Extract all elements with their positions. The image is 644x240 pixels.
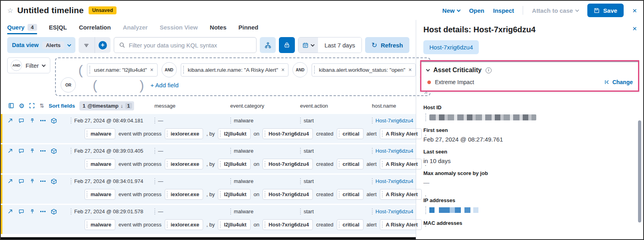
analyze-event-icon[interactable] — [51, 209, 57, 215]
favorite-star-icon[interactable]: ☆ — [7, 6, 13, 15]
event-category-cell[interactable]: malware — [230, 178, 300, 184]
timestamp-cell[interactable]: Feb 27, 2024 @ 08:39:03.405 — [71, 148, 154, 154]
date-picker[interactable]: Last 7 days — [298, 37, 362, 53]
host-name-link[interactable]: Host-7xrig6dzu4 — [375, 178, 413, 184]
close-timeline-icon[interactable]: × — [632, 7, 637, 14]
host-name-chip[interactable]: Host-7xrig6dzu4 — [423, 40, 479, 54]
severity-pill[interactable]: critical — [337, 159, 363, 169]
host-name-cell[interactable]: Host-7xrig6dzu4 — [372, 148, 416, 154]
timestamp-cell[interactable]: Feb 27, 2024 @ 08:29:01.578 — [71, 209, 154, 214]
query-pill-user-name[interactable]: user.name: "l2jllu4ukt" × — [87, 63, 158, 77]
message-cell[interactable]: — — [154, 209, 230, 214]
tab-correlation[interactable]: Correlation — [79, 20, 111, 34]
more-actions-icon[interactable] — [40, 181, 45, 182]
column-header-event-category[interactable]: event.category — [230, 103, 300, 109]
add-note-icon[interactable] — [18, 148, 24, 154]
pin-event-icon[interactable] — [30, 178, 35, 184]
event-action-cell[interactable]: start — [300, 118, 372, 124]
analyze-event-icon[interactable] — [51, 178, 57, 185]
expand-event-icon[interactable] — [7, 209, 13, 214]
user-pill[interactable]: l2jllu4ukt — [218, 219, 250, 230]
severity-pill[interactable]: critical — [337, 189, 363, 200]
host-name-link[interactable]: Host-7xrig6dzu4 — [375, 209, 413, 214]
host-name-cell[interactable]: Host-7xrig6dzu4 — [372, 178, 416, 184]
lock-date-picker-button[interactable] — [279, 37, 295, 53]
add-note-icon[interactable] — [18, 178, 24, 184]
more-actions-icon[interactable] — [40, 211, 45, 212]
host-name-link[interactable]: Host-7xrig6dzu4 — [375, 148, 413, 154]
close-panel-icon[interactable]: × — [632, 25, 637, 32]
analyze-event-icon[interactable] — [51, 148, 57, 154]
event-action-cell[interactable]: start — [300, 178, 372, 184]
process-pill[interactable]: iexlorer.exe — [165, 128, 203, 139]
add-field-button[interactable]: + Add field — [150, 82, 178, 89]
message-cell[interactable]: — — [154, 148, 230, 154]
time-range-value[interactable]: Last 7 days — [318, 37, 362, 53]
user-pill[interactable]: l2jllu4ukt — [218, 159, 250, 169]
add-filter-button[interactable]: + — [95, 37, 111, 53]
user-pill[interactable]: l2jllu4ukt — [218, 189, 250, 200]
category-pill[interactable]: malware — [85, 128, 115, 139]
remove-pill-icon[interactable]: × — [149, 67, 157, 73]
data-view-selector[interactable]: Data view Alerts — [7, 37, 75, 53]
query-pill-rule-name[interactable]: kibana.alert.rule.name: "A Risky Alert" … — [181, 63, 289, 77]
host-pill[interactable]: Host-7xrig6dzu4 — [263, 189, 313, 200]
save-button[interactable]: Save — [587, 4, 624, 17]
analyze-event-icon[interactable] — [51, 118, 57, 124]
event-category-cell[interactable]: malware — [230, 118, 300, 124]
host-pill[interactable]: Host-7xrig6dzu4 — [263, 219, 313, 230]
tab-analyzer[interactable]: Analyzer — [123, 20, 148, 34]
user-pill[interactable]: l2jllu4ukt — [218, 128, 250, 139]
filter-menu-button[interactable] — [79, 37, 95, 53]
category-pill[interactable]: malware — [85, 189, 115, 200]
change-criticality-button[interactable]: Change — [604, 79, 633, 85]
timestamp-cell[interactable]: Feb 27, 2024 @ 08:34:01.974 — [71, 178, 154, 184]
tab-esql[interactable]: ES|QL — [49, 20, 67, 34]
host-name-cell[interactable]: Host-7xrig6dzu4 — [372, 118, 416, 124]
timestamp-sort-pill[interactable]: 1 @timestamp ↓ 1 — [79, 101, 134, 110]
pin-event-icon[interactable] — [30, 148, 35, 154]
add-note-icon[interactable] — [18, 209, 24, 214]
tab-notes[interactable]: Notes — [210, 20, 227, 34]
query-pill-workflow-status[interactable]: kibana.alert.workflow_status: "open" × — [312, 63, 416, 77]
remove-pill-icon[interactable]: × — [281, 67, 288, 73]
process-pill[interactable]: iexlorer.exe — [165, 189, 203, 200]
new-menu-button[interactable]: New — [443, 7, 460, 14]
filter-operator-button[interactable]: AND Filter — [7, 57, 50, 73]
event-category-cell[interactable]: malware — [230, 148, 300, 154]
severity-pill[interactable]: critical — [337, 128, 363, 139]
category-pill[interactable]: malware — [85, 159, 115, 169]
attach-to-case-button[interactable]: Attach to case — [532, 7, 579, 14]
process-pill[interactable]: iexlorer.exe — [165, 159, 203, 169]
panel-scrollbar[interactable] — [638, 120, 641, 222]
pin-event-icon[interactable] — [30, 209, 35, 214]
host-name-cell[interactable]: Host-7xrig6dzu4 — [372, 209, 416, 214]
sort-fields-button[interactable]: Sort fields — [49, 103, 75, 109]
message-cell[interactable]: — — [154, 178, 230, 184]
event-action-cell[interactable]: start — [300, 209, 372, 214]
more-actions-icon[interactable] — [40, 150, 45, 151]
column-header-event-action[interactable]: event.action — [300, 103, 372, 109]
message-cell[interactable]: — — [154, 118, 230, 124]
asset-criticality-header[interactable]: Asset Criticality i — [427, 67, 633, 74]
event-action-cell[interactable]: start — [300, 148, 372, 154]
column-header-host-name[interactable]: host.name — [372, 103, 416, 109]
date-picker-calendar-button[interactable] — [298, 37, 318, 53]
more-actions-icon[interactable] — [40, 120, 45, 121]
pin-event-icon[interactable] — [30, 118, 35, 124]
tab-pinned[interactable]: Pinned — [238, 20, 258, 34]
columns-icon[interactable] — [8, 102, 14, 109]
host-pill[interactable]: Host-7xrig6dzu4 — [263, 128, 313, 139]
expand-event-icon[interactable] — [7, 148, 13, 154]
expand-event-icon[interactable] — [7, 178, 13, 184]
kql-search-input[interactable] — [129, 42, 251, 49]
expand-event-icon[interactable] — [7, 118, 13, 124]
gear-icon[interactable]: ⚙ — [19, 102, 24, 110]
refresh-button[interactable]: ↻ Refresh — [365, 37, 409, 53]
timestamp-cell[interactable]: Feb 27, 2024 @ 08:49:04.181 — [71, 118, 154, 124]
remove-pill-icon[interactable]: × — [408, 67, 415, 73]
open-button[interactable]: Open — [469, 7, 484, 14]
host-pill[interactable]: Host-7xrig6dzu4 — [263, 159, 313, 169]
inspect-button[interactable]: Inspect — [493, 7, 514, 14]
add-note-icon[interactable] — [18, 118, 24, 124]
